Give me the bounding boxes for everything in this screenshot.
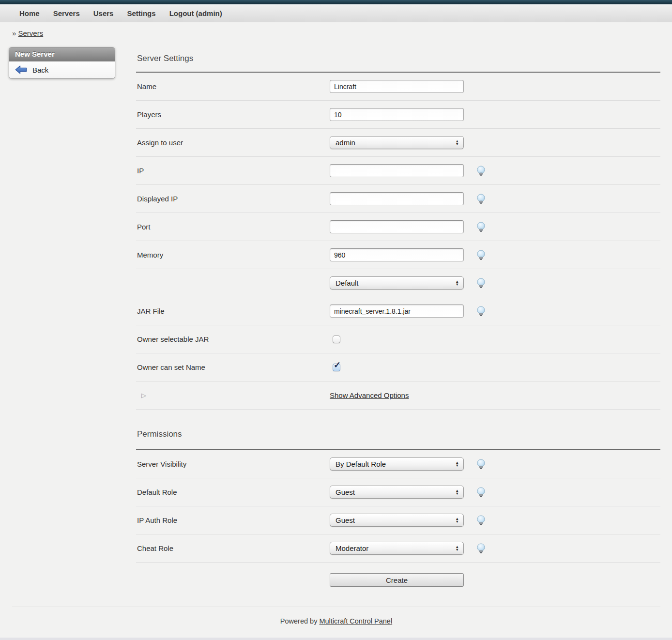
displayed-ip-label: Displayed IP — [136, 195, 330, 203]
nav-item-users[interactable]: Users — [93, 9, 114, 17]
form-row-port: Port — [136, 213, 660, 241]
server-visibility-selected-value: By Default Role — [336, 460, 386, 468]
nav-item-settings[interactable]: Settings — [127, 9, 155, 17]
hint-bulb-icon[interactable] — [476, 515, 486, 526]
ip-auth-role-select[interactable]: Guest ▲▼ — [330, 514, 464, 527]
main-navigation: Home Servers Users Settings Logout (admi… — [0, 4, 672, 22]
show-advanced-options-link[interactable]: Show Advanced Options — [330, 391, 409, 399]
port-input[interactable] — [330, 220, 464, 233]
select-stepper-icon: ▲▼ — [456, 546, 459, 551]
hint-bulb-icon[interactable] — [476, 222, 486, 232]
form-row-server-visibility: Server Visibility By Default Role ▲▼ — [136, 450, 660, 478]
select-stepper-icon: ▲▼ — [456, 461, 459, 467]
back-button[interactable]: Back — [9, 61, 115, 78]
port-label: Port — [136, 223, 330, 231]
name-label: Name — [136, 82, 330, 91]
hint-bulb-icon[interactable] — [476, 306, 486, 317]
breadcrumb-servers-link[interactable]: Servers — [18, 29, 44, 37]
name-input[interactable] — [330, 80, 464, 93]
hint-bulb-icon[interactable] — [476, 250, 486, 260]
owner-can-set-name-label: Owner can set Name — [136, 363, 330, 371]
default-profile-select[interactable]: Default ▲▼ — [330, 276, 464, 290]
form-row-memory: Memory — [136, 241, 660, 269]
owner-can-set-name-checkbox[interactable]: ✓ — [333, 364, 340, 371]
form-row-default-role: Default Role Guest ▲▼ — [136, 478, 660, 506]
default-profile-selected-value: Default — [336, 279, 359, 287]
footer: Powered by Multicraft Control Panel — [12, 607, 660, 625]
window-top-accent-bar — [0, 0, 672, 4]
form-row-name: Name — [136, 73, 660, 101]
default-role-selected-value: Guest — [336, 488, 355, 496]
cheat-role-label: Cheat Role — [136, 544, 330, 552]
ip-input[interactable] — [330, 164, 464, 177]
server-settings-heading: Server Settings — [137, 53, 660, 64]
form-row-advanced-options: ▷ Show Advanced Options — [136, 381, 660, 410]
server-visibility-label: Server Visibility — [136, 460, 330, 468]
memory-input[interactable] — [330, 248, 464, 261]
owner-selectable-jar-checkbox[interactable]: ✓ — [333, 335, 340, 343]
select-stepper-icon: ▲▼ — [456, 280, 459, 286]
powered-by-text: Powered by — [280, 617, 320, 625]
hint-bulb-icon[interactable] — [476, 194, 486, 204]
server-visibility-select[interactable]: By Default Role ▲▼ — [330, 457, 464, 471]
owner-selectable-jar-label: Owner selectable JAR — [136, 335, 330, 343]
displayed-ip-input[interactable] — [330, 192, 464, 205]
ip-label: IP — [136, 167, 330, 175]
form-row-cheat-role: Cheat Role Moderator ▲▼ — [136, 534, 660, 563]
disclosure-triangle-icon[interactable]: ▷ — [141, 392, 330, 399]
nav-item-logout[interactable]: Logout (admin) — [169, 9, 222, 17]
form-row-create: Create — [136, 563, 660, 587]
server-settings-form: Server Settings Name Players Assign to u… — [136, 48, 660, 587]
ip-auth-role-label: IP Auth Role — [136, 516, 330, 524]
nav-item-servers[interactable]: Servers — [53, 9, 80, 17]
jar-file-input[interactable] — [330, 305, 464, 318]
select-stepper-icon: ▲▼ — [456, 489, 459, 495]
breadcrumb: » Servers — [12, 29, 672, 37]
hint-bulb-icon[interactable] — [476, 459, 486, 470]
nav-item-home[interactable]: Home — [19, 9, 40, 17]
default-role-label: Default Role — [136, 488, 330, 496]
multicraft-link[interactable]: Multicraft Control Panel — [319, 617, 392, 625]
form-row-jar-file: JAR File — [136, 297, 660, 325]
new-server-panel: New Server Back — [9, 47, 115, 79]
hint-bulb-icon[interactable] — [476, 166, 486, 176]
form-row-owner-can-set-name: Owner can set Name ✓ — [136, 353, 660, 381]
panel-title: New Server — [9, 47, 115, 61]
back-button-label: Back — [32, 66, 48, 74]
cheat-role-select[interactable]: Moderator ▲▼ — [330, 542, 464, 555]
bottom-edge-bar — [0, 638, 672, 640]
players-label: Players — [136, 110, 330, 119]
default-role-select[interactable]: Guest ▲▼ — [330, 486, 464, 499]
back-arrow-icon — [15, 65, 27, 74]
memory-label: Memory — [136, 251, 330, 259]
select-stepper-icon: ▲▼ — [456, 518, 459, 523]
cheat-role-selected-value: Moderator — [336, 544, 368, 552]
form-row-ip: IP — [136, 157, 660, 185]
assign-to-user-label: Assign to user — [136, 138, 330, 147]
form-row-owner-selectable-jar: Owner selectable JAR ✓ — [136, 325, 660, 353]
form-row-players: Players — [136, 101, 660, 129]
form-row-assign-to-user: Assign to user admin ▲▼ — [136, 129, 660, 157]
create-button[interactable]: Create — [330, 573, 464, 587]
checkmark-icon: ✓ — [334, 360, 341, 370]
breadcrumb-arrow-icon: » — [12, 29, 16, 37]
select-stepper-icon: ▲▼ — [456, 140, 459, 146]
permissions-heading: Permissions — [137, 429, 660, 440]
jar-file-label: JAR File — [136, 307, 330, 315]
ip-auth-role-selected-value: Guest — [336, 516, 355, 524]
assign-to-user-select[interactable]: admin ▲▼ — [330, 136, 464, 149]
form-row-ip-auth-role: IP Auth Role Guest ▲▼ — [136, 506, 660, 534]
hint-bulb-icon[interactable] — [476, 487, 486, 498]
assign-to-user-selected-value: admin — [336, 138, 355, 147]
hint-bulb-icon[interactable] — [476, 278, 486, 289]
hint-bulb-icon[interactable] — [476, 543, 486, 554]
form-row-displayed-ip: Displayed IP — [136, 185, 660, 213]
players-input[interactable] — [330, 108, 464, 121]
form-row-default-profile: Default ▲▼ — [136, 269, 660, 297]
